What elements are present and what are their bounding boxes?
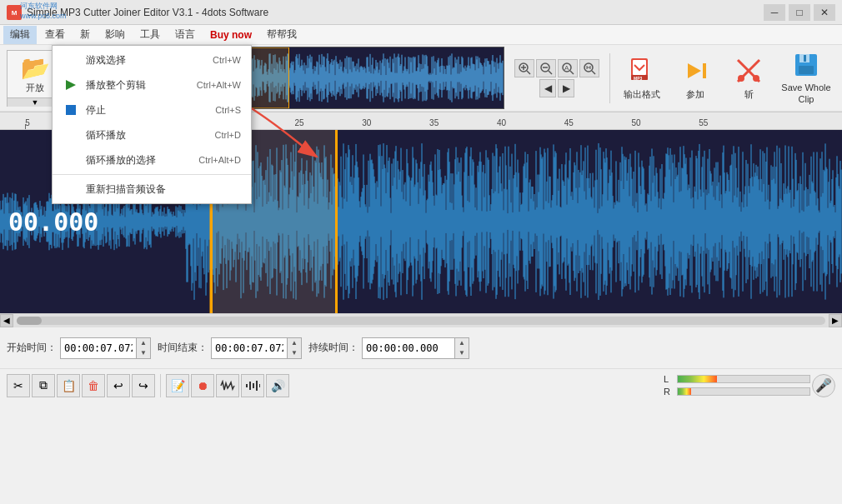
level-L-bar [677,375,810,383]
loop-select-shortcut: Ctrl+Alt+D [198,155,241,165]
end-time-input[interactable] [212,338,287,358]
join-button[interactable]: 参加 [670,52,720,105]
redo-button[interactable]: ↪ [132,374,155,397]
save-icon [791,51,821,79]
record-button[interactable]: ⏺ [191,374,214,397]
level-R-bar [677,387,810,396]
loop-play-icon [63,127,79,143]
menu-effects[interactable]: 影响 [98,26,132,44]
save-whole-clip-button[interactable]: Save Whole Clip [777,52,835,105]
output-format-button[interactable]: MP3 输出格式 [617,52,667,105]
ruler-mark-45: 45 [564,118,574,127]
ruler-mark-40: 40 [497,118,506,127]
svg-rect-34 [246,384,248,387]
copy-tool-button[interactable]: ⧉ [32,374,55,397]
horizontal-scrollbar[interactable]: ◀ ▶ [0,313,842,327]
nav-next-button[interactable]: ▶ [558,79,574,97]
svg-point-26 [753,75,759,82]
zoom-fit-button[interactable]: A [558,59,578,77]
menu-tools[interactable]: 工具 [133,26,167,44]
menu-loop-select[interactable]: 循环播放的选择 Ctrl+Alt+D [53,147,251,172]
loop-play-text: 循环播放 [86,128,208,142]
delete-tool-button[interactable]: 🗑 [82,374,105,397]
duration-label: 持续时间： [308,341,358,355]
play-whole-shortcut: Ctrl+Alt+W [197,80,241,90]
menu-view[interactable]: 查看 [38,26,72,44]
menu-stop[interactable]: 停止 Ctrl+S [53,97,251,122]
duration-up[interactable]: ▲ [455,338,469,348]
cut-tool-button[interactable]: ✂ [7,374,30,397]
waveform2-button[interactable] [241,374,264,397]
scroll-right-button[interactable]: ▶ [829,314,842,327]
folder-icon: 📂 [21,54,50,82]
menu-edit[interactable]: 编辑 [3,26,37,44]
dropdown-menu: 游戏选择 Ctrl+W 播放整个剪辑 Ctrl+Alt+W 停止 Ctrl+S … [52,45,252,204]
duration-down[interactable]: ▼ [455,348,469,358]
edit-buttons: ✂ ⧉ 📋 🗑 ↩ ↪ [7,374,155,397]
scrollbar-thumb[interactable] [17,317,42,325]
scrollbar-track[interactable] [17,317,825,325]
svg-text:A: A [564,64,569,72]
level-meter-L: L [664,374,810,384]
duration-input-wrap: ▲ ▼ [362,337,469,359]
undo-button[interactable]: ↩ [107,374,130,397]
mic-button[interactable]: 🎤 [812,374,835,397]
close-button[interactable]: ✕ [814,4,835,21]
zoom-in-button[interactable] [514,59,534,77]
menu-game-select[interactable]: 游戏选择 Ctrl+W [53,47,251,72]
level-L-label: L [664,374,674,384]
duration-group: 持续时间： ▲ ▼ [308,337,469,359]
svg-line-10 [570,71,574,74]
stop-icon [63,102,79,118]
svg-rect-37 [256,381,258,391]
start-time-input[interactable] [61,338,136,358]
start-time-up[interactable]: ▲ [137,338,150,348]
level-L-fill [678,376,717,382]
svg-rect-18 [633,60,646,75]
svg-rect-38 [259,384,260,387]
watermark: 河东软件网 www.pc6.com [20,2,67,21]
minimize-button[interactable]: ─ [764,4,785,21]
edit3-button[interactable]: 📝 [166,374,189,397]
start-time-down[interactable]: ▼ [137,348,150,358]
zoom-controls: A ◀ ▶ [514,59,599,97]
maximize-button[interactable]: □ [789,4,810,21]
title-bar: M Simple MP3 Cutter Joiner Editor V3.1 -… [0,0,842,25]
dropdown-divider [53,174,251,175]
menu-help[interactable]: 帮帮我 [260,26,303,44]
waveform1-button[interactable] [216,374,239,397]
title-bar-controls: ─ □ ✕ [764,4,835,21]
end-time-down[interactable]: ▼ [288,348,301,358]
start-time-input-wrap: ▲ ▼ [60,337,151,359]
menu-loop-play[interactable]: 循环播放 Ctrl+D [53,122,251,147]
menu-play-whole[interactable]: 播放整个剪辑 Ctrl+Alt+W [53,72,251,97]
duration-input[interactable] [363,338,454,358]
separator-1 [609,53,610,103]
game-select-text: 游戏选择 [86,53,206,67]
start-time-spinners: ▲ ▼ [136,338,150,358]
menu-buynow[interactable]: Buy now [203,26,258,44]
ruler-mark-30: 30 [362,118,371,127]
menu-rescan[interactable]: 重新扫描音频设备 [53,177,251,202]
level-R-fill [678,388,691,395]
menu-new[interactable]: 新 [73,26,97,44]
menu-language[interactable]: 语言 [168,26,202,44]
zoom-out-button[interactable] [536,59,556,77]
svg-rect-32 [66,105,76,115]
scroll-left-button[interactable]: ◀ [0,314,13,327]
zoom-selection-button[interactable] [579,59,599,77]
play-whole-icon [63,77,79,93]
game-select-icon [63,52,79,68]
end-time-up[interactable]: ▲ [288,338,301,348]
cut-button[interactable]: 斩 [724,52,774,105]
volume-button[interactable]: 🔊 [266,374,289,397]
nav-prev-button[interactable]: ◀ [539,79,556,97]
playback-buttons: 📝 ⏺ 🔊 [166,374,289,397]
loop-select-icon [63,152,79,168]
paste-tool-button[interactable]: 📋 [57,374,80,397]
duration-spinners: ▲ ▼ [454,338,469,358]
join-icon [680,56,710,86]
end-time-label: 时间结束： [158,341,208,355]
game-select-shortcut: Ctrl+W [213,55,241,65]
join-label: 参加 [686,89,704,100]
